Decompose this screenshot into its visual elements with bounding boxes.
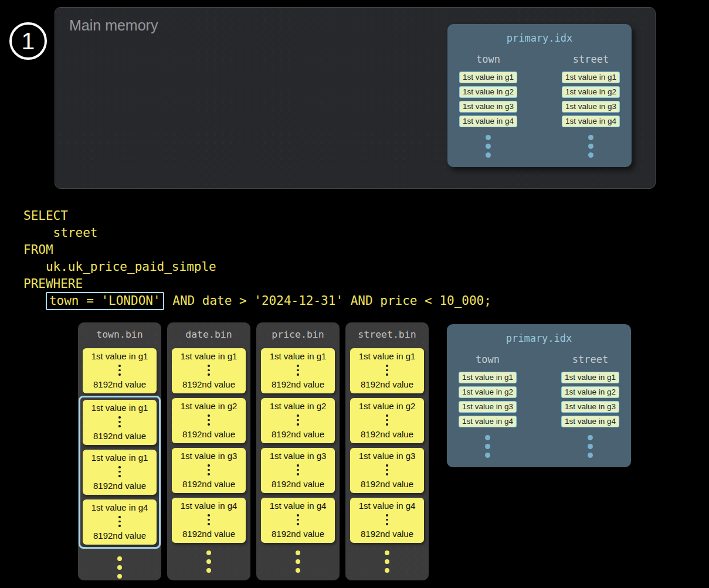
index-entry-chip: 1st value in g1 xyxy=(561,372,619,383)
ellipsis-dots xyxy=(486,135,491,158)
sql-line: uk.uk_price_paid_simple xyxy=(23,259,491,276)
granule-block: 1st value in g4 8192nd value xyxy=(261,498,335,543)
sql-text: uk.uk_price_paid_simple xyxy=(23,260,216,274)
vertical-ellipsis-icon xyxy=(297,514,299,525)
granule-last-value: 8192nd value xyxy=(93,379,146,389)
granule-last-value: 8192nd value xyxy=(272,379,324,389)
granule-last-value: 8192nd value xyxy=(93,431,146,441)
vertical-ellipsis-icon xyxy=(118,365,121,376)
granule-first-value: 1st value in g4 xyxy=(359,501,416,511)
index-entry-chip: 1st value in g4 xyxy=(459,416,517,427)
index-column: town 1st value in g1 1st value in g2 1st… xyxy=(459,53,517,158)
ellipsis-dots xyxy=(588,435,593,458)
vertical-ellipsis-icon xyxy=(208,464,210,475)
ellipsis-dots xyxy=(485,435,490,458)
vertical-ellipsis-icon xyxy=(118,466,121,477)
granule-first-value: 1st value in g3 xyxy=(181,451,238,461)
index-file-title: primary.idx xyxy=(458,32,621,44)
selected-granules-highlight: 1st value in g1 8192nd value 1st value i… xyxy=(79,396,161,549)
ellipsis-dots xyxy=(172,550,246,573)
step-badge: 1 xyxy=(9,22,47,60)
granule-first-value: 1st value in g3 xyxy=(359,451,416,461)
granule-block-list: 1st value in g1 8192nd value 1st value i… xyxy=(172,348,246,543)
granule-block: 1st value in g4 8192nd value xyxy=(172,498,246,543)
index-entry-chip: 1st value in g4 xyxy=(459,115,517,127)
granule-first-value: 1st value in g1 xyxy=(91,403,148,413)
granule-block: 1st value in g4 8192nd value xyxy=(83,499,157,545)
index-columns: town 1st value in g1 1st value in g2 1st… xyxy=(458,53,621,158)
granule-last-value: 8192nd value xyxy=(182,379,235,389)
granule-last-value: 8192nd value xyxy=(93,531,146,541)
index-entry-chip: 1st value in g2 xyxy=(459,86,517,98)
granule-first-value: 1st value in g1 xyxy=(359,351,416,361)
vertical-ellipsis-icon xyxy=(118,516,121,527)
sql-line: SELECT xyxy=(23,208,491,225)
granule-last-value: 8192nd value xyxy=(361,479,413,489)
granule-block: 1st value in g2 8192nd value xyxy=(261,398,335,443)
vertical-ellipsis-icon xyxy=(208,514,210,525)
vertical-ellipsis-icon xyxy=(297,414,299,426)
sql-text: PREWHERE xyxy=(23,277,83,291)
index-entry-chip: 1st value in g4 xyxy=(562,115,620,127)
index-file-title: primary.idx xyxy=(457,332,620,344)
granule-first-value: 1st value in g2 xyxy=(270,401,327,411)
vertical-ellipsis-icon xyxy=(297,464,299,475)
granule-block-list: 1st value in g1 8192nd value 1st value i… xyxy=(350,348,424,543)
granule-last-value: 8192nd value xyxy=(182,479,235,489)
index-entry-chip: 1st value in g1 xyxy=(562,72,620,83)
index-entry-chip: 1st value in g3 xyxy=(561,401,619,413)
column-file-name: street.bin xyxy=(350,329,424,340)
step-number: 1 xyxy=(22,29,35,53)
vertical-ellipsis-icon xyxy=(386,365,388,376)
granule-block: 1st value in g2 8192nd value xyxy=(350,398,424,443)
ellipsis-dots xyxy=(588,135,593,158)
granule-block: 1st value in g1 8192nd value xyxy=(261,348,335,393)
index-column-header: street xyxy=(573,53,609,65)
granule-block: 1st value in g1 8192nd value xyxy=(83,450,157,495)
sql-text: FROM xyxy=(23,243,53,257)
granule-first-value: 1st value in g4 xyxy=(91,502,148,512)
granule-block: 1st value in g4 8192nd value xyxy=(350,498,424,543)
sql-text: AND date > '2024-12-31' AND price < 10_0… xyxy=(165,294,491,308)
index-entry-chip: 1st value in g2 xyxy=(459,386,517,398)
granule-first-value: 1st value in g1 xyxy=(91,351,148,361)
index-column-header: town xyxy=(476,354,500,365)
granule-first-value: 1st value in g2 xyxy=(181,401,238,411)
column-file: town.bin 1st value in g1 8192nd value 1s… xyxy=(78,322,161,580)
granule-block: 1st value in g3 8192nd value xyxy=(350,448,424,493)
main-memory-box: Main memory primary.idx town 1st value i… xyxy=(55,7,656,189)
vertical-ellipsis-icon xyxy=(118,416,121,427)
ellipsis-dots xyxy=(350,550,424,573)
index-column: town 1st value in g1 1st value in g2 1st… xyxy=(459,354,517,458)
granule-block: 1st value in g3 8192nd value xyxy=(172,448,246,493)
index-entry-chip: 1st value in g1 xyxy=(459,72,517,83)
column-file: date.bin 1st value in g1 8192nd value 1s… xyxy=(167,322,250,580)
granule-first-value: 1st value in g1 xyxy=(181,351,238,361)
granule-block: 1st value in g1 8192nd value xyxy=(172,348,246,393)
vertical-ellipsis-icon xyxy=(386,514,388,525)
vertical-ellipsis-icon xyxy=(208,365,210,376)
column-file: street.bin 1st value in g1 8192nd value … xyxy=(345,322,429,580)
sql-text: street xyxy=(23,226,97,240)
granule-block: 1st value in g1 8192nd value xyxy=(83,400,157,445)
granule-last-value: 8192nd value xyxy=(272,429,324,439)
ellipsis-dots xyxy=(83,556,157,579)
index-entry-chip: 1st value in g1 xyxy=(459,372,517,383)
sql-query: SELECT streetFROM uk.uk_price_paid_simpl… xyxy=(23,208,491,310)
index-entry-chip: 1st value in g2 xyxy=(561,386,619,398)
granule-last-value: 8192nd value xyxy=(361,379,413,389)
vertical-ellipsis-icon xyxy=(297,365,299,376)
column-files-row: town.bin 1st value in g1 8192nd value 1s… xyxy=(78,322,429,580)
granule-first-value: 1st value in g2 xyxy=(359,401,416,411)
granule-block: 1st value in g2 8192nd value xyxy=(172,398,246,443)
granule-block: 1st value in g1 8192nd value xyxy=(83,348,157,393)
granule-last-value: 8192nd value xyxy=(272,479,324,489)
index-entry-list: 1st value in g1 1st value in g2 1st valu… xyxy=(561,372,619,427)
index-column: street 1st value in g1 1st value in g2 1… xyxy=(562,53,620,158)
main-memory-title: Main memory xyxy=(69,17,158,34)
granule-last-value: 8192nd value xyxy=(272,529,324,539)
index-column-header: street xyxy=(572,354,608,365)
index-entry-chip: 1st value in g2 xyxy=(562,86,620,98)
granule-block: 1st value in g3 8192nd value xyxy=(261,448,335,493)
index-column-header: town xyxy=(476,53,500,65)
